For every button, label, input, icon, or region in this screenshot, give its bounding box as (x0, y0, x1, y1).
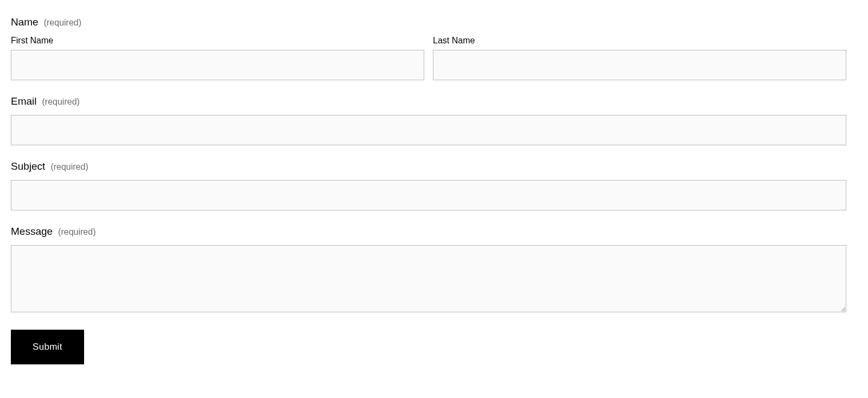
email-input[interactable] (11, 115, 846, 145)
name-group-label: Name (required) (11, 16, 846, 28)
name-group: Name (required) First Name Last Name (11, 16, 846, 80)
message-group-label: Message (required) (11, 226, 846, 237)
first-name-input[interactable] (11, 50, 424, 80)
message-group: Message (required) (11, 226, 846, 314)
message-textarea[interactable] (11, 245, 846, 312)
subject-label-text: Subject (11, 161, 45, 172)
message-required-text: (required) (58, 227, 95, 237)
email-label-text: Email (11, 95, 37, 107)
last-name-input[interactable] (433, 50, 846, 80)
email-group-label: Email (required) (11, 95, 846, 107)
first-name-label: First Name (11, 36, 424, 46)
first-name-col: First Name (11, 36, 424, 80)
contact-form: Name (required) First Name Last Name Ema… (11, 16, 846, 364)
subject-required-text: (required) (50, 162, 88, 172)
email-required-text: (required) (42, 97, 80, 107)
name-row: First Name Last Name (11, 36, 846, 80)
submit-button[interactable]: Submit (11, 330, 84, 364)
subject-input[interactable] (11, 180, 846, 210)
subject-group: Subject (required) (11, 161, 846, 210)
last-name-col: Last Name (433, 36, 846, 80)
submit-row: Submit (11, 330, 846, 364)
name-label-text: Name (11, 16, 39, 28)
email-group: Email (required) (11, 95, 846, 145)
subject-group-label: Subject (required) (11, 161, 846, 172)
message-label-text: Message (11, 226, 53, 237)
last-name-label: Last Name (433, 36, 846, 46)
name-required-text: (required) (44, 18, 81, 28)
